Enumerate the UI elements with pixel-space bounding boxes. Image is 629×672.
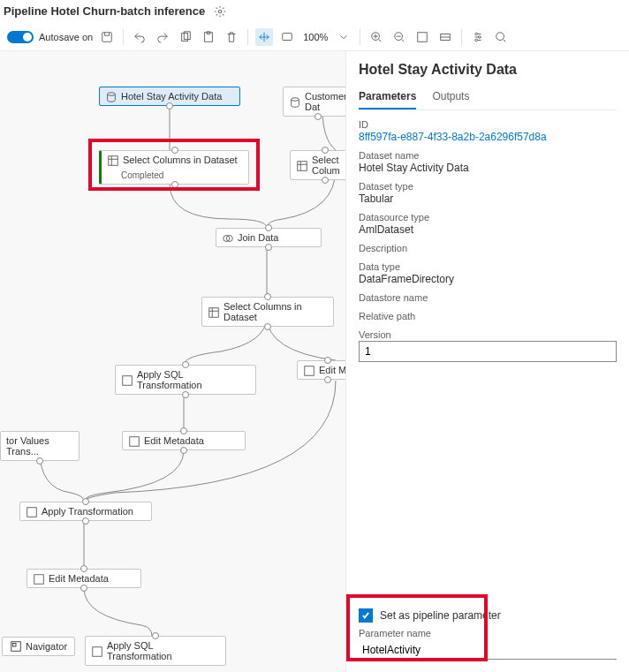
svg-rect-18: [298, 162, 307, 171]
module-icon: [296, 160, 307, 170]
chevron-down-icon[interactable]: [335, 28, 352, 46]
check-icon: [361, 611, 370, 620]
module-icon: [303, 365, 314, 375]
prop-key: ID: [359, 119, 617, 130]
module-icon: [128, 435, 139, 446]
node-label: Apply SQL Transformation: [137, 369, 250, 390]
node-edit-metadata-1[interactable]: Edit Metadata: [122, 431, 246, 450]
tab-parameters[interactable]: Parameters: [359, 87, 416, 109]
svg-rect-25: [27, 508, 37, 517]
module-icon: [222, 232, 232, 243]
navigator-button[interactable]: Navigator: [2, 637, 75, 656]
prop-key: Dataset name: [359, 150, 617, 161]
undo-icon[interactable]: [131, 28, 148, 46]
redo-icon[interactable]: [154, 28, 171, 46]
prop-key: Version: [359, 329, 617, 340]
pipeline-param-label: Set as pipeline parameter: [380, 609, 501, 622]
svg-point-13: [475, 39, 478, 42]
node-customer-data[interactable]: Customer Dat: [283, 87, 345, 117]
node-label: Select Colum: [312, 155, 345, 176]
module-icon: [26, 506, 36, 517]
gear-icon[interactable]: [214, 5, 226, 18]
svg-point-15: [108, 93, 116, 96]
node-edit-metadata-2[interactable]: Edit Metadata: [27, 569, 141, 588]
svg-rect-29: [13, 644, 17, 647]
page-title: Pipeline Hotel Churn-batch inference: [4, 4, 205, 18]
node-values-trans[interactable]: tor Values Trans...: [0, 431, 80, 461]
prop-value: AmlDataset: [359, 223, 617, 236]
navigator-icon: [10, 640, 22, 653]
svg-rect-6: [283, 33, 292, 40]
prop-key: Dataset type: [359, 181, 617, 192]
zoom-in-icon[interactable]: [368, 28, 385, 46]
svg-rect-9: [418, 32, 428, 42]
param-name-input[interactable]: [359, 640, 617, 660]
module-icon: [107, 155, 117, 165]
node-label: Hotel Stay Activity Data: [121, 91, 222, 102]
svg-rect-23: [305, 366, 314, 376]
node-label: Edit Metadata: [49, 573, 109, 584]
node-select-columns-3[interactable]: Select Columns in Dataset: [201, 297, 334, 327]
prop-key: Relative path: [359, 311, 617, 321]
autosave-label: Autosave on: [39, 32, 93, 42]
actual-size-icon[interactable]: [436, 28, 454, 46]
node-label: tor Values Trans...: [6, 435, 73, 457]
svg-point-14: [496, 32, 504, 40]
prop-value-id[interactable]: 8ff597fa-e887-4f33-8a2b-2a6296f57d8a: [359, 131, 617, 143]
svg-point-0: [219, 10, 223, 13]
node-select-columns-2[interactable]: Select Colum: [290, 150, 345, 180]
properties-panel: Hotel Stay Activity Data Parameters Outp…: [345, 51, 629, 672]
module-icon: [208, 306, 218, 317]
settings-icon[interactable]: [469, 28, 487, 46]
pipeline-canvas[interactable]: Hotel Stay Activity Data Customer Dat Se…: [0, 51, 345, 672]
node-label: Edit Metadata: [144, 435, 204, 446]
node-apply-sql-2[interactable]: Apply SQL Transformation: [85, 636, 226, 666]
save-icon[interactable]: [98, 28, 116, 46]
zoom-value: 100%: [303, 32, 328, 42]
fit-icon[interactable]: [413, 28, 431, 46]
node-label: Customer Dat: [305, 91, 345, 112]
autosave-toggle[interactable]: [7, 31, 34, 43]
dataset-icon: [289, 96, 299, 107]
svg-rect-1: [102, 32, 112, 42]
prop-key: Data type: [359, 261, 617, 272]
node-edit-m-right[interactable]: Edit M: [297, 360, 345, 380]
node-hotel-data[interactable]: Hotel Stay Activity Data: [99, 87, 240, 106]
prop-value: Hotel Stay Activity Data: [359, 162, 617, 174]
svg-point-16: [292, 98, 299, 102]
panel-title: Hotel Stay Activity Data: [359, 62, 617, 78]
copy-icon[interactable]: [177, 28, 194, 46]
zoom-out-icon[interactable]: [390, 28, 408, 46]
svg-rect-21: [209, 308, 219, 318]
version-input[interactable]: [359, 341, 617, 362]
pan-icon[interactable]: [255, 28, 273, 46]
node-label: Select Columns in Dataset: [123, 155, 238, 165]
svg-rect-26: [34, 575, 44, 585]
prop-key: Datasource type: [359, 212, 617, 223]
toolbar: Autosave on 100%: [0, 23, 629, 51]
pipeline-param-checkbox[interactable]: [359, 608, 373, 623]
param-name-label: Parameter name: [359, 628, 617, 638]
node-label: Apply Transformation: [42, 506, 133, 517]
svg-rect-27: [93, 647, 102, 657]
node-label: Select Columns in Dataset: [224, 301, 328, 322]
node-join-data[interactable]: Join Data: [216, 228, 322, 247]
select-icon[interactable]: [278, 28, 296, 46]
prop-value: Tabular: [359, 193, 617, 205]
dataset-icon: [105, 91, 116, 102]
module-icon: [33, 573, 43, 584]
node-select-columns-1[interactable]: Select Columns in Dataset Completed: [99, 150, 249, 185]
search-icon[interactable]: [492, 28, 510, 46]
node-apply-transformation[interactable]: Apply Transformation: [19, 502, 152, 521]
paste-icon[interactable]: [200, 28, 217, 46]
node-apply-sql-1[interactable]: Apply SQL Transformation: [115, 365, 256, 395]
navigator-label: Navigator: [26, 641, 67, 652]
tab-outputs[interactable]: Outputs: [432, 87, 469, 109]
prop-key: Description: [359, 243, 617, 253]
module-icon: [121, 374, 132, 385]
prop-value: DataFrameDirectory: [359, 273, 617, 285]
svg-point-11: [475, 33, 478, 35]
svg-rect-17: [109, 156, 118, 166]
svg-rect-24: [130, 437, 140, 447]
delete-icon[interactable]: [223, 28, 240, 46]
